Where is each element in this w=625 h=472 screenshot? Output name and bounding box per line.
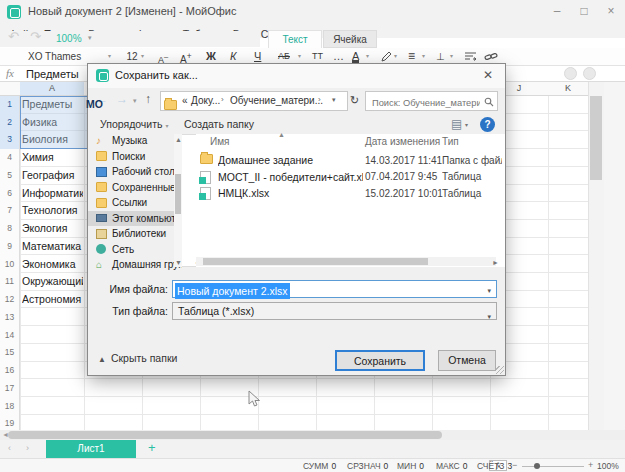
font-family-select[interactable]: XO Thames <box>28 48 108 65</box>
row-number[interactable]: 1 <box>0 96 19 114</box>
horizontal-scrollbar-thumb[interactable] <box>8 431 442 439</box>
column-date[interactable]: Дата изменения <box>365 136 440 147</box>
zoom-slider[interactable] <box>522 466 584 467</box>
row-number[interactable]: 15 <box>0 344 19 362</box>
sidebar-item-4[interactable]: Сохраненные <box>88 180 182 196</box>
sidebar-scroll-up-icon[interactable]: ▲ <box>175 136 182 143</box>
row-number[interactable]: 12 <box>0 291 19 309</box>
sidebar-item-6[interactable]: Этот компьютер <box>88 211 182 227</box>
sidebar-item-2[interactable]: Поиски <box>88 149 182 165</box>
font-color-button[interactable]: А <box>352 49 359 63</box>
search-input[interactable] <box>370 95 482 111</box>
cell-a11[interactable]: Окружающий <box>22 273 83 291</box>
filename-caret-icon[interactable]: ▾ <box>487 287 491 295</box>
breadcrumb-sep2-icon[interactable]: › <box>318 95 321 104</box>
cell-a12[interactable]: Астрономия <box>22 291 83 309</box>
undo-icon[interactable]: ↶ <box>8 29 19 44</box>
formula-value[interactable]: Предметы <box>26 68 79 80</box>
italic-button[interactable]: К <box>230 48 236 65</box>
row-number[interactable]: 13 <box>0 309 19 327</box>
vertical-scrollbar-thumb[interactable] <box>590 96 602 180</box>
filename-input[interactable]: Новый документ 2.xlsx ▾ <box>172 280 497 298</box>
column-type[interactable]: Тип <box>442 136 459 147</box>
next-sheet-icon[interactable]: › <box>26 443 29 453</box>
status-zoom-level[interactable]: 100% <box>597 461 619 471</box>
tab-text[interactable]: Текст <box>268 30 322 48</box>
breadcrumb-folder[interactable]: Обучение_матери... <box>230 95 323 106</box>
dialog-horizontal-scrollbar-thumb[interactable] <box>203 258 428 265</box>
review-circle-icon[interactable] <box>564 67 577 80</box>
refresh-icon[interactable]: ↻ <box>350 94 359 107</box>
add-sheet-button[interactable]: + <box>148 440 156 455</box>
sidebar-item-7[interactable]: Библиотеки <box>88 226 182 242</box>
row-number[interactable]: 10 <box>0 256 19 274</box>
cell-a7[interactable]: Технология <box>22 202 83 220</box>
up-icon[interactable]: ↑ <box>145 92 151 106</box>
hide-folders-button[interactable]: ▲Скрыть папки <box>98 352 177 364</box>
help-icon[interactable]: ? <box>480 117 495 132</box>
font-size-select[interactable]: 12 <box>124 48 140 65</box>
row-number[interactable]: 17 <box>0 380 19 398</box>
column-name[interactable]: Имя <box>210 136 229 147</box>
row-number[interactable]: 7 <box>0 202 19 220</box>
row-number[interactable]: 6 <box>0 185 19 203</box>
column-header-a[interactable]: A <box>20 82 84 95</box>
row-number[interactable]: 9 <box>0 238 19 256</box>
bold-button[interactable]: Ж <box>206 48 216 65</box>
save-button[interactable]: Сохранить <box>335 350 425 371</box>
search-box[interactable] <box>365 91 498 111</box>
filetype-select[interactable]: Таблица (*.xlsx) ▾ <box>172 302 497 320</box>
zoom-in-button[interactable]: + <box>588 460 593 470</box>
minimize-button[interactable]: – <box>548 4 566 18</box>
decrease-font-button[interactable]: А– <box>158 48 168 65</box>
cell-a10[interactable]: Экономика <box>22 256 83 274</box>
row-number[interactable]: 11 <box>0 273 19 291</box>
new-folder-button[interactable]: Создать папку <box>184 118 254 130</box>
strikethrough-button[interactable]: АБ <box>278 48 290 65</box>
row-number[interactable]: 4 <box>0 149 19 167</box>
view-mode-icon[interactable]: ▤ <box>451 117 462 131</box>
tab-cell[interactable]: Ячейка <box>323 30 377 48</box>
file-row[interactable]: НМЦК.xlsx15.02.2017 10:01Таблица <box>196 185 505 202</box>
row-number[interactable]: 8 <box>0 220 19 238</box>
caps-button[interactable]: ТТ <box>312 48 323 65</box>
row-number[interactable]: 16 <box>0 362 19 380</box>
review-circle2-icon[interactable] <box>583 67 596 80</box>
row-number[interactable]: 3 <box>0 131 19 149</box>
zoom-level[interactable]: 100% <box>56 33 82 44</box>
zoom-out-button[interactable]: − <box>512 460 517 470</box>
close-button[interactable]: × <box>602 4 620 18</box>
cancel-button[interactable]: Отмена <box>438 350 496 371</box>
sheet-tab[interactable]: Лист1 <box>46 440 136 458</box>
sidebar-item-3[interactable]: Рабочий стол <box>88 164 182 180</box>
filetype-caret-icon[interactable]: ▾ <box>487 309 491 325</box>
more-formatting-button[interactable]: … <box>333 48 344 65</box>
sidebar-item-9[interactable]: ⌂Домашняя группа <box>88 257 182 273</box>
row-number[interactable]: 2 <box>0 114 19 132</box>
maximize-button[interactable]: □ <box>575 4 593 18</box>
cell-a5[interactable]: География <box>22 167 83 185</box>
zoom-slider-handle[interactable] <box>534 463 540 469</box>
cell-a4[interactable]: Химия <box>22 149 83 167</box>
file-row[interactable]: Домашнее задание14.03.2017 11:41Папка с … <box>196 152 505 169</box>
breadcrumb-documents[interactable]: Доку... <box>191 95 220 106</box>
underline-button[interactable]: Ч <box>254 48 261 65</box>
sidebar-item-8[interactable]: Сеть <box>88 242 182 258</box>
file-row[interactable]: МОСТ_II - победители+сайт.xlsx07.04.2017… <box>196 169 505 186</box>
breadcrumb-sep-icon[interactable]: › <box>221 95 224 104</box>
dialog-close-icon[interactable]: ✕ <box>483 68 493 82</box>
organize-button[interactable]: Упорядочить ▾ <box>100 118 168 130</box>
cell-a8[interactable]: Экология <box>22 220 83 238</box>
row-number[interactable]: 18 <box>0 398 19 416</box>
resize-grip[interactable] <box>496 366 504 374</box>
sidebar-item-1[interactable]: ♪Музыка <box>88 133 182 149</box>
redo-icon[interactable]: ↷ <box>30 29 41 44</box>
row-number[interactable]: 14 <box>0 327 19 345</box>
sidebar-item-5[interactable]: Ссылки <box>88 195 182 211</box>
row-number[interactable]: 5 <box>0 167 19 185</box>
cell-a6[interactable]: Информатика <box>22 185 83 203</box>
address-caret-icon[interactable]: ▾ <box>332 96 336 104</box>
prev-sheet-icon[interactable]: ‹ <box>8 443 11 453</box>
cell-a9[interactable]: Математика <box>22 238 83 256</box>
column-header-k[interactable]: K <box>548 82 588 95</box>
